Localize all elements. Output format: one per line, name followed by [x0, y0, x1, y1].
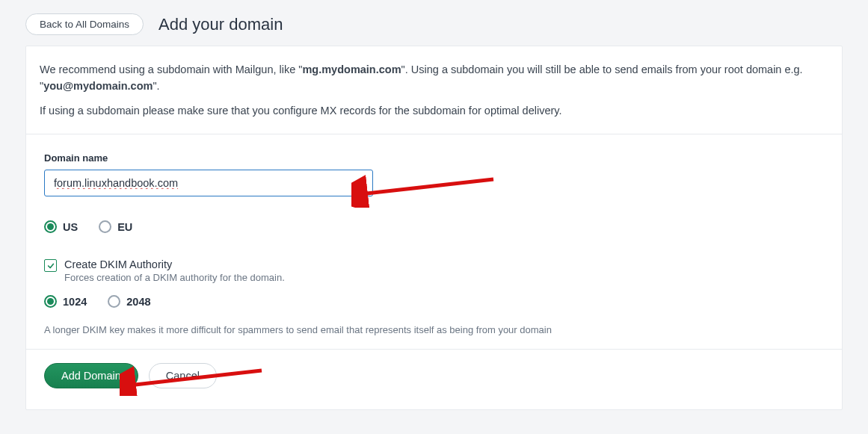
dkim-title: Create DKIM Authority — [64, 258, 285, 270]
check-icon — [47, 262, 55, 270]
dkim-checkbox-row: Create DKIM Authority Forces creation of… — [44, 258, 824, 283]
intro-line-2: If using a subdomain please make sure th… — [40, 102, 828, 119]
domain-name-label: Domain name — [44, 152, 824, 164]
dkim-radio-2048[interactable]: 2048 — [108, 295, 150, 308]
dkim-hint: A longer DKIM key makes it more difficul… — [44, 324, 824, 335]
intro-line-1: We recommend using a subdomain with Mail… — [40, 61, 828, 95]
back-button[interactable]: Back to All Domains — [25, 13, 144, 35]
domain-name-input[interactable] — [44, 170, 373, 196]
intro-section: We recommend using a subdomain with Mail… — [26, 46, 842, 134]
form-body: Domain name US EU Create DKIM Authority … — [26, 134, 842, 350]
dkim-checkbox[interactable] — [44, 259, 57, 272]
add-domain-button[interactable]: Add Domain — [44, 363, 138, 388]
region-radio-eu[interactable]: EU — [99, 220, 132, 233]
region-radio-group: US EU — [44, 220, 824, 233]
content-card: We recommend using a subdomain with Mail… — [25, 46, 843, 410]
radio-checked-icon — [44, 220, 57, 233]
dkim-1024-label: 1024 — [63, 296, 87, 308]
actions-row: Add Domain Cancel — [26, 350, 842, 409]
radio-unchecked-icon — [99, 220, 111, 233]
cancel-button[interactable]: Cancel — [149, 363, 217, 388]
dkim-2048-label: 2048 — [126, 296, 150, 308]
dkim-subtitle: Forces creation of a DKIM authority for … — [64, 272, 285, 283]
dkim-text: Create DKIM Authority Forces creation of… — [64, 258, 285, 283]
region-eu-label: EU — [117, 221, 132, 233]
radio-checked-icon — [44, 295, 57, 308]
region-us-label: US — [63, 221, 78, 233]
radio-unchecked-icon — [108, 295, 120, 308]
page-header: Back to All Domains Add your domain — [0, 0, 868, 46]
region-radio-us[interactable]: US — [44, 220, 78, 233]
page-title: Add your domain — [158, 15, 283, 34]
dkim-length-radio-group: 1024 2048 — [44, 295, 824, 308]
dkim-radio-1024[interactable]: 1024 — [44, 295, 87, 308]
